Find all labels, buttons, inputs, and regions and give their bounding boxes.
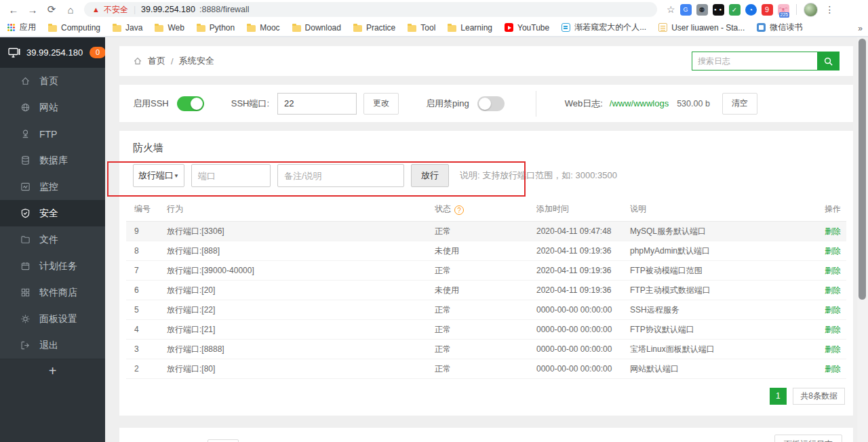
bookmark-label: Download [305, 23, 341, 33]
delete-link[interactable]: 删除 [825, 305, 841, 315]
clear-weblog-button[interactable]: 清空 [722, 93, 757, 115]
translate-extension-icon[interactable]: G [680, 4, 692, 16]
bookmark-icon [197, 25, 205, 32]
change-port-button[interactable]: 更改 [363, 93, 399, 115]
sidebar-item-logout[interactable]: 退出 [0, 332, 105, 359]
scrollbar-thumb[interactable] [859, 39, 866, 300]
robot-extension-icon[interactable]: ⚉ [696, 4, 708, 16]
bookmark-item[interactable]: Web [155, 23, 184, 33]
bookmark-item[interactable]: Learning [448, 23, 492, 33]
table-row: 6 放行端口:[20] 未使用 2020-04-11 09:19:36 FTP主… [126, 281, 846, 300]
forward-icon[interactable]: → [24, 1, 41, 18]
gear-icon [20, 314, 31, 324]
bookmark-item[interactable]: Tool [408, 23, 435, 33]
sidebar-item-website[interactable]: 网站 [0, 94, 105, 121]
github-extension-icon[interactable]: ● ● [713, 4, 724, 16]
breadcrumb-home[interactable]: 首页 [148, 55, 165, 67]
firewall-panel: 防火墙 放行端口 ▼ 放行 说明: 支持放行端口范围，如: 3000:3500 … [119, 131, 853, 416]
sidebar-item-ftp[interactable]: FTP [0, 121, 105, 147]
ping-toggle-label: 启用禁ping [426, 98, 469, 110]
search-input[interactable] [692, 52, 817, 71]
bookmark-label: 微信读书 [770, 22, 802, 33]
delete-link[interactable]: 删除 [825, 344, 841, 354]
status-help-icon[interactable]: ? [454, 205, 464, 215]
delete-link[interactable]: 删除 [825, 266, 841, 275]
ssh-toggle[interactable] [177, 96, 204, 111]
delete-link[interactable]: 删除 [825, 246, 841, 256]
bookmark-item[interactable]: Mooc [247, 23, 279, 33]
juejin-extension-icon[interactable]: 9 [762, 4, 773, 16]
weblog-path-link[interactable]: /www/wwwlogs [610, 98, 669, 108]
bookmark-item[interactable]: 渐若窥宏大的个人... [561, 22, 646, 33]
sidebar-item-files[interactable]: 文件 [0, 226, 105, 253]
globe-icon [20, 102, 31, 113]
bookmark-item[interactable]: Download [292, 23, 341, 33]
sidebar-item-database[interactable]: 数据库 [0, 147, 105, 174]
sidebar-item-settings[interactable]: 面板设置 [0, 306, 105, 332]
sidebar: 39.99.254.180 0 首页 网站 FTP 数据库 监控 [0, 37, 105, 442]
bookmark-item[interactable]: 微信读书 [757, 22, 802, 33]
shield-extension-icon[interactable]: ✓ [729, 4, 741, 16]
message-count-badge[interactable]: 0 [90, 47, 106, 58]
bookmark-item[interactable]: 应用 [7, 22, 36, 33]
profile-avatar[interactable] [804, 3, 818, 17]
address-divider: | [134, 5, 136, 14]
sidebar-item-appstore[interactable]: 软件商店 [0, 279, 105, 306]
row-time: 2020-04-11 09:19:36 [536, 241, 630, 261]
add-shortcut-button[interactable]: + [49, 363, 57, 442]
header-time: 添加时间 [536, 198, 630, 222]
clear-log-button[interactable]: 清空 [208, 439, 239, 442]
bookmark-star-icon[interactable]: ☆ [667, 4, 675, 15]
row-status: 未使用 [435, 281, 536, 300]
bookmark-item[interactable]: Java [113, 23, 142, 33]
ftp-icon [20, 129, 31, 139]
delete-link[interactable]: 删除 [825, 325, 841, 334]
bookmark-item[interactable]: YouTube [505, 23, 549, 33]
reload-icon[interactable]: ⟳ [43, 1, 60, 18]
sidebar-item-label: 软件商店 [39, 287, 77, 299]
ping-toggle[interactable] [477, 96, 505, 111]
delete-link[interactable]: 删除 [825, 285, 841, 295]
bookmark-item[interactable]: Computing [48, 23, 100, 33]
sidebar-item-cron[interactable]: 计划任务 [0, 253, 105, 279]
note-input[interactable] [277, 164, 404, 187]
address-bar[interactable]: ▲ 不安全 | 39.99.254.180:8888/firewall [84, 2, 657, 17]
breadcrumb-home-icon [133, 56, 142, 66]
weblog-size: 530.00 b [677, 99, 710, 108]
cat-extension-icon[interactable]: ᵔᴥᵔ225 [778, 4, 789, 16]
bookmark-label: Mooc [260, 23, 279, 33]
row-action: 放行端口:[888] [167, 241, 435, 261]
port-input[interactable] [191, 164, 271, 187]
bookmarks-overflow-chevron[interactable]: » [858, 24, 863, 33]
search-button[interactable] [817, 52, 840, 71]
bookmark-item[interactable]: Python [197, 23, 235, 33]
breadcrumb: 首页 / 系统安全 [133, 55, 214, 67]
database-icon [20, 155, 31, 165]
delete-link[interactable]: 删除 [825, 364, 841, 374]
sidebar-item-security[interactable]: 安全 [0, 200, 105, 226]
ssh-port-input[interactable] [277, 93, 357, 115]
sidebar-item-label: 监控 [39, 181, 58, 193]
server-header[interactable]: 39.99.254.180 0 [0, 37, 105, 68]
back-icon[interactable]: ← [5, 1, 22, 18]
sidebar-item-home[interactable]: 首页 [0, 68, 105, 94]
bookmark-item[interactable]: Practice [353, 23, 395, 33]
menu-kebab-icon[interactable]: ⋮ [823, 4, 837, 15]
home-icon[interactable]: ⌂ [62, 1, 79, 18]
sidebar-item-label: 网站 [39, 102, 58, 114]
bookmark-item[interactable]: User liuawen - Sta... [658, 23, 745, 33]
run-log-button[interactable]: 面板运行日志 [774, 435, 842, 442]
row-desc: 宝塔Linux面板默认端口 [630, 340, 811, 359]
sidebar-item-label: 文件 [39, 234, 58, 246]
row-status: 正常 [435, 340, 536, 359]
rule-type-select[interactable]: 放行端口 ▼ [133, 164, 184, 187]
sidebar-item-monitor[interactable]: 监控 [0, 174, 105, 200]
sidebar-footer: + [0, 359, 105, 442]
delete-link[interactable]: 删除 [825, 226, 841, 236]
globe-extension-icon[interactable]: ◔ [745, 4, 757, 16]
allow-port-button[interactable]: 放行 [411, 164, 449, 187]
row-id: 9 [126, 222, 167, 241]
security-warning-icon[interactable]: ▲ [92, 5, 100, 14]
page-1-button[interactable]: 1 [770, 388, 787, 405]
row-action: 放行端口:[39000-40000] [167, 261, 435, 281]
